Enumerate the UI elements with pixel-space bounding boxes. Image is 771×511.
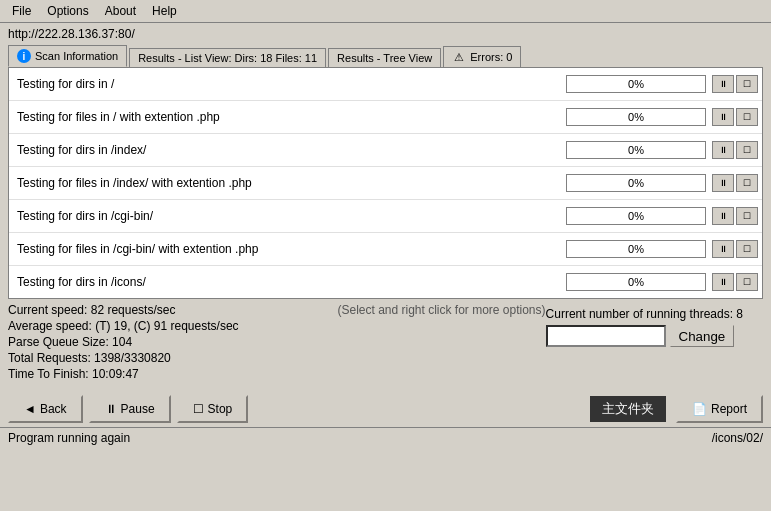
tab-results-tree[interactable]: Results - Tree View	[328, 48, 441, 67]
back-button[interactable]: ◄ Back	[8, 395, 83, 423]
progress-text: 0%	[628, 276, 644, 288]
stop-label: Stop	[208, 402, 233, 416]
status-section: Current speed: 82 requests/sec (Select a…	[0, 299, 771, 391]
table-row[interactable]: Testing for dirs in /cgi-bin/ 0% ⏸ ☐	[9, 200, 762, 233]
pause-label: Pause	[121, 402, 155, 416]
progress-text: 0%	[628, 177, 644, 189]
pause-icon: ⏸	[105, 402, 117, 416]
progress-bar: 0%	[566, 75, 706, 93]
tab-results-tree-label: Results - Tree View	[337, 52, 432, 64]
row-stop-btn[interactable]: ☐	[736, 273, 758, 291]
scan-row-label: Testing for dirs in /icons/	[13, 275, 566, 289]
current-speed: Current speed: 82 requests/sec	[8, 303, 175, 317]
menu-bar: File Options About Help	[0, 0, 771, 23]
table-row[interactable]: Testing for files in /cgi-bin/ with exte…	[9, 233, 762, 266]
menu-about[interactable]: About	[97, 2, 144, 20]
row-pause-btn[interactable]: ⏸	[712, 75, 734, 93]
tab-scan-information[interactable]: i Scan Information	[8, 45, 127, 67]
report-button[interactable]: 📄 Report	[676, 395, 763, 423]
row-pause-btn[interactable]: ⏸	[712, 273, 734, 291]
tabs-container: i Scan Information Results - List View: …	[0, 45, 771, 67]
scan-table-container[interactable]: Testing for dirs in / 0% ⏸ ☐ Testing for…	[9, 68, 762, 298]
scan-row-label: Testing for files in /cgi-bin/ with exte…	[13, 242, 566, 256]
progress-text: 0%	[628, 78, 644, 90]
report-label: Report	[711, 402, 747, 416]
tab-errors-label: Errors: 0	[470, 51, 512, 63]
table-row[interactable]: Testing for files in / with extention .p…	[9, 101, 762, 134]
row-stop-btn[interactable]: ☐	[736, 75, 758, 93]
scan-content-area: Testing for dirs in / 0% ⏸ ☐ Testing for…	[8, 67, 763, 299]
pause-button[interactable]: ⏸ Pause	[89, 395, 171, 423]
progress-bar: 0%	[566, 141, 706, 159]
menu-options[interactable]: Options	[39, 2, 96, 20]
row-stop-btn[interactable]: ☐	[736, 240, 758, 258]
row-stop-btn[interactable]: ☐	[736, 207, 758, 225]
row-stop-btn[interactable]: ☐	[736, 141, 758, 159]
status-bar: Program running again /icons/02/	[0, 427, 771, 448]
program-status: Program running again	[8, 431, 130, 445]
progress-text: 0%	[628, 111, 644, 123]
back-icon: ◄	[24, 402, 36, 416]
change-button[interactable]: Change	[670, 325, 735, 347]
tab-errors[interactable]: ⚠ Errors: 0	[443, 46, 521, 67]
threads-input[interactable]	[546, 325, 666, 347]
table-row[interactable]: Testing for dirs in /index/ 0% ⏸ ☐	[9, 134, 762, 167]
table-row[interactable]: Testing for dirs in / 0% ⏸ ☐	[9, 68, 762, 101]
threads-label: Current number of running threads: 8	[546, 307, 743, 321]
progress-bar: 0%	[566, 207, 706, 225]
bottom-buttons: ◄ Back ⏸ Pause ☐ Stop 主文件夹 📄 Report	[0, 391, 771, 427]
scan-row-label: Testing for dirs in /	[13, 77, 566, 91]
chinese-button[interactable]: 主文件夹	[590, 396, 666, 422]
right-threads: Current number of running threads: 8 Cha…	[546, 303, 763, 347]
average-speed: Average speed: (T) 19, (C) 91 requests/s…	[8, 319, 239, 333]
url-text: http://222.28.136.37:80/	[8, 27, 135, 41]
time-to-finish: Time To Finish: 10:09:47	[8, 367, 139, 381]
table-row[interactable]: Testing for dirs in /icons/ 0% ⏸ ☐	[9, 266, 762, 298]
progress-bar: 0%	[566, 108, 706, 126]
scan-row-label: Testing for files in / with extention .p…	[13, 110, 566, 124]
row-stop-btn[interactable]: ☐	[736, 174, 758, 192]
report-icon: 📄	[692, 402, 707, 416]
progress-bar: 0%	[566, 273, 706, 291]
row-pause-btn[interactable]: ⏸	[712, 207, 734, 225]
bottom-left-btn-group: ◄ Back ⏸ Pause ☐ Stop	[8, 395, 248, 423]
info-icon: i	[17, 49, 31, 63]
icons-path: /icons/02/	[712, 431, 763, 445]
table-row[interactable]: Testing for files in /index/ with extent…	[9, 167, 762, 200]
scan-row-label: Testing for files in /index/ with extent…	[13, 176, 566, 190]
tab-scan-label: Scan Information	[35, 50, 118, 62]
row-pause-btn[interactable]: ⏸	[712, 174, 734, 192]
stop-button[interactable]: ☐ Stop	[177, 395, 249, 423]
stop-icon: ☐	[193, 402, 204, 416]
menu-help[interactable]: Help	[144, 2, 185, 20]
progress-text: 0%	[628, 243, 644, 255]
row-stop-btn[interactable]: ☐	[736, 108, 758, 126]
row-pause-btn[interactable]: ⏸	[712, 240, 734, 258]
left-stats: Current speed: 82 requests/sec (Select a…	[8, 303, 546, 367]
url-bar: http://222.28.136.37:80/	[0, 23, 771, 45]
progress-bar: 0%	[566, 174, 706, 192]
menu-file[interactable]: File	[4, 2, 39, 20]
select-hint: (Select and right click for more options…	[337, 303, 545, 317]
scan-row-label: Testing for dirs in /index/	[13, 143, 566, 157]
parse-queue: Parse Queue Size: 104	[8, 335, 132, 349]
progress-text: 0%	[628, 144, 644, 156]
tab-results-list[interactable]: Results - List View: Dirs: 18 Files: 11	[129, 48, 326, 67]
total-requests: Total Requests: 1398/3330820	[8, 351, 171, 365]
back-label: Back	[40, 402, 67, 416]
tab-results-list-label: Results - List View: Dirs: 18 Files: 11	[138, 52, 317, 64]
progress-bar: 0%	[566, 240, 706, 258]
warning-icon: ⚠	[452, 50, 466, 64]
scan-row-label: Testing for dirs in /cgi-bin/	[13, 209, 566, 223]
progress-text: 0%	[628, 210, 644, 222]
row-pause-btn[interactable]: ⏸	[712, 108, 734, 126]
row-pause-btn[interactable]: ⏸	[712, 141, 734, 159]
